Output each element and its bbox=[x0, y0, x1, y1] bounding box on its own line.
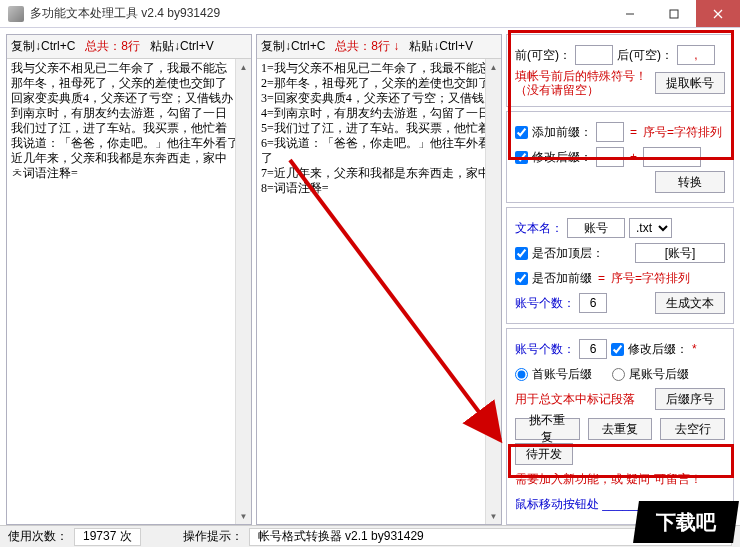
window-title: 多功能文本处理工具 v2.4 by931429 bbox=[30, 5, 608, 22]
usage-value: 19737 次 bbox=[74, 528, 141, 546]
topfloor-label: 是否加顶层： bbox=[532, 245, 604, 262]
prefix2-hint: 序号=字符排列 bbox=[611, 270, 690, 287]
scroll-down-icon[interactable]: ▼ bbox=[486, 508, 501, 524]
remove-blank-button[interactable]: 去空行 bbox=[660, 418, 725, 440]
tip-label: 操作提示： bbox=[183, 528, 243, 545]
panel-dedup: 账号个数： 修改后缀： * 首账号后缀 尾账号后缀 用于总文本中标记段落 后缀序… bbox=[506, 328, 734, 525]
count-label-2: 账号个数： bbox=[515, 341, 575, 358]
middle-textarea[interactable]: 1=我与父亲不相见已二年余了，我最不能忘 2=那年冬，祖母死了，父亲的差使也交卸… bbox=[257, 59, 501, 524]
maximize-button[interactable] bbox=[652, 0, 696, 27]
svg-rect-1 bbox=[670, 10, 678, 18]
equals-icon: = bbox=[598, 271, 605, 285]
paste-button-mid[interactable]: 粘贴↓Ctrl+V bbox=[405, 38, 477, 55]
left-scrollbar[interactable]: ▲ ▼ bbox=[235, 59, 251, 524]
addprefix2-label: 是否加前缀 bbox=[532, 270, 592, 287]
pick-unique-button[interactable]: 挑不重复 bbox=[515, 418, 580, 440]
star: * bbox=[692, 342, 697, 356]
last-suffix-radio[interactable] bbox=[612, 368, 625, 381]
modsuffix2-label: 修改后缀： bbox=[628, 341, 688, 358]
titlebar: 多功能文本处理工具 v2.4 by931429 bbox=[0, 0, 740, 28]
modsuffix2-checkbox[interactable] bbox=[611, 343, 624, 356]
topfloor-input[interactable] bbox=[635, 243, 725, 263]
addprefix2-checkbox[interactable] bbox=[515, 272, 528, 285]
app-icon bbox=[8, 6, 24, 22]
filename-input[interactable] bbox=[567, 218, 625, 238]
dedup-button[interactable]: 去重复 bbox=[588, 418, 653, 440]
left-toolbar: 复制↓Ctrl+C 总共：8行 粘贴↓Ctrl+V bbox=[7, 35, 251, 59]
usage-label: 使用次数： bbox=[8, 528, 68, 545]
scroll-down-icon[interactable]: ▼ bbox=[236, 508, 251, 524]
left-total: 总共：8行 bbox=[79, 38, 146, 55]
convert-button[interactable]: 转换 bbox=[655, 171, 725, 193]
middle-total: 总共：8行 ↓ bbox=[329, 38, 405, 55]
annotation-box-bottom bbox=[508, 444, 734, 478]
copy-button-mid[interactable]: 复制↓Ctrl+C bbox=[257, 38, 329, 55]
watermark: 下载吧 bbox=[633, 501, 739, 543]
middle-toolbar: 复制↓Ctrl+C 总共：8行 ↓ 粘贴↓Ctrl+V bbox=[257, 35, 501, 59]
scroll-up-icon[interactable]: ▲ bbox=[236, 59, 251, 75]
filename-label: 文本名： bbox=[515, 220, 563, 237]
suffix-no-button[interactable]: 后缀序号 bbox=[655, 388, 725, 410]
paste-button-left[interactable]: 粘贴↓Ctrl+V bbox=[146, 38, 218, 55]
middle-panel: 复制↓Ctrl+C 总共：8行 ↓ 粘贴↓Ctrl+V 1=我与父亲不相见已二年… bbox=[256, 34, 502, 525]
count-input[interactable] bbox=[579, 293, 607, 313]
hint-text: 鼠标移动按钮处 ______ bbox=[515, 496, 642, 513]
copy-button-left[interactable]: 复制↓Ctrl+C bbox=[7, 38, 79, 55]
statusbar: 使用次数： 19737 次 操作提示： 帐号格式转换器 v2.1 by93142… bbox=[0, 525, 740, 547]
count-input-2[interactable] bbox=[579, 339, 607, 359]
paragraph-note: 用于总文本中标记段落 bbox=[515, 391, 635, 408]
middle-scrollbar[interactable]: ▲ ▼ bbox=[485, 59, 501, 524]
left-textarea[interactable]: 我与父亲不相见已二年余了，我最不能忘 那年冬，祖母死了，父亲的差使也交卸了 回家… bbox=[7, 59, 251, 524]
file-ext-select[interactable]: .txt bbox=[629, 218, 672, 238]
gen-text-button[interactable]: 生成文本 bbox=[655, 292, 725, 314]
minimize-button[interactable] bbox=[608, 0, 652, 27]
first-suffix-radio[interactable] bbox=[515, 368, 528, 381]
scroll-up-icon[interactable]: ▲ bbox=[486, 59, 501, 75]
window-controls bbox=[608, 0, 740, 27]
close-button[interactable] bbox=[696, 0, 740, 27]
first-suffix-label: 首账号后缀 bbox=[532, 366, 592, 383]
topfloor-checkbox[interactable] bbox=[515, 247, 528, 260]
left-panel: 复制↓Ctrl+C 总共：8行 粘贴↓Ctrl+V 我与父亲不相见已二年余了，我… bbox=[6, 34, 252, 525]
panel-file: 文本名： .txt 是否加顶层： 是否加前缀 = 序号=字符排列 账号个数： bbox=[506, 207, 734, 324]
annotation-box-top bbox=[508, 30, 734, 160]
count-label: 账号个数： bbox=[515, 295, 575, 312]
last-suffix-label: 尾账号后缀 bbox=[629, 366, 689, 383]
